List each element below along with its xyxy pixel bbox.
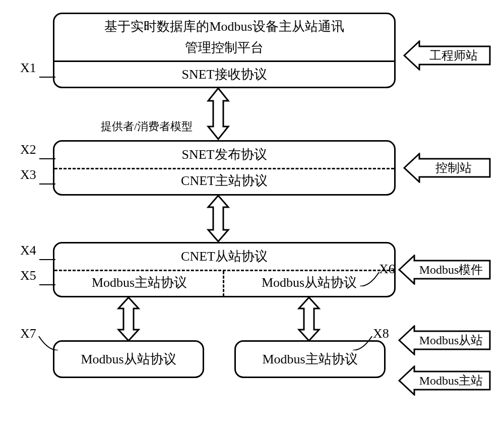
x4-connector — [39, 259, 55, 260]
snet-receive-protocol: SNET接收协议 — [178, 64, 271, 85]
cnet-slave-protocol: CNET从站协议 — [177, 246, 272, 267]
control-station-text: 控制站 — [435, 161, 472, 174]
x1-connector — [39, 77, 55, 78]
engineer-station-arrow: 工程师站 — [403, 40, 491, 71]
cnet-master-protocol: CNET主站协议 — [177, 170, 272, 192]
x2-connector — [39, 158, 55, 159]
x7-label: X7 — [20, 326, 36, 341]
modbus-slave-station-box: Modbus从站协议 — [53, 340, 204, 378]
engineer-station-text: 工程师站 — [429, 49, 478, 62]
bottom-modbus-master-protocol: Modbus主站协议 — [258, 349, 361, 370]
x3-label: X3 — [20, 167, 36, 182]
x5-label: X5 — [20, 268, 36, 283]
modbus-slave-arrow: Modbus从站 — [398, 325, 491, 355]
modbus-box-dashed-h-divider — [54, 270, 394, 271]
x8-label: X8 — [373, 326, 389, 341]
x6-label: X6 — [379, 262, 395, 277]
x3-connector — [39, 183, 55, 184]
x6-connector — [360, 271, 380, 286]
producer-consumer-label: 提供者/消费者模型 — [101, 119, 193, 134]
x8-connector — [353, 335, 373, 350]
x2-label: X2 — [20, 142, 36, 157]
bidirectional-arrow-1 — [206, 87, 231, 140]
modbus-module-arrow: Modbus模件 — [398, 255, 491, 285]
x4-label: X4 — [20, 243, 36, 258]
modbus-master-arrow: Modbus主站 — [398, 365, 491, 396]
engineer-station-box: 基于实时数据库的Modbus设备主从站通讯 管理控制平台 SNET接收协议 — [53, 13, 396, 88]
platform-title-line1: 基于实时数据库的Modbus设备主从站通讯 — [100, 16, 348, 37]
modbus-master-text: Modbus主站 — [419, 374, 483, 387]
platform-title-line2: 管理控制平台 — [181, 37, 268, 58]
protocol-diagram: 基于实时数据库的Modbus设备主从站通讯 管理控制平台 SNET接收协议 X1… — [10, 10, 494, 423]
bidirectional-arrow-4 — [296, 296, 322, 342]
modbus-box-dashed-v-divider — [223, 271, 224, 296]
x1-label: X1 — [20, 60, 36, 76]
modbus-module-text: Modbus模件 — [419, 263, 483, 276]
modbus-slave-text: Modbus从站 — [419, 334, 483, 347]
x5-connector — [39, 284, 55, 285]
control-box-dashed-divider — [54, 168, 394, 169]
modbus-master-protocol: Modbus主站协议 — [54, 272, 224, 293]
snet-publish-protocol: SNET发布协议 — [178, 144, 271, 165]
bottom-modbus-slave-protocol: Modbus从站协议 — [77, 349, 180, 370]
control-station-arrow: 控制站 — [403, 153, 491, 183]
bidirectional-arrow-3 — [116, 296, 141, 342]
x7-connector — [38, 335, 58, 350]
bidirectional-arrow-2 — [206, 195, 231, 242]
